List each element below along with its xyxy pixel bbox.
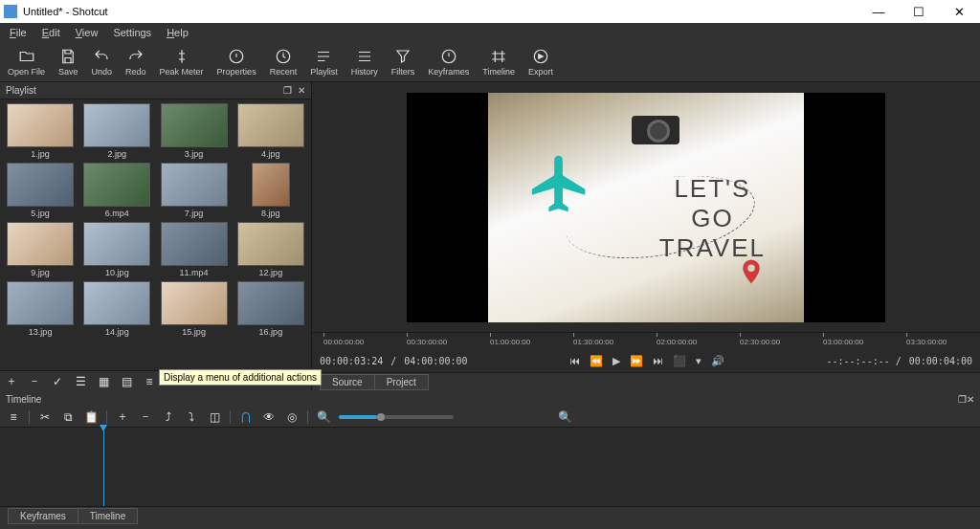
tl-cut-icon[interactable]: ✂ bbox=[37, 409, 53, 425]
tl-overwrite-icon[interactable]: ⤵ bbox=[184, 409, 199, 425]
skip-next-button[interactable]: ⏭ bbox=[653, 355, 663, 367]
tl-snap-icon[interactable]: ⋂ bbox=[238, 409, 254, 425]
rewind-button[interactable]: ⏪ bbox=[590, 355, 603, 367]
stop-button[interactable]: ⬛ bbox=[673, 355, 686, 367]
playlist-item[interactable]: 4.jpg bbox=[234, 103, 307, 159]
transport-bar: 00:00:03:24 / 04:00:00:00 ⏮ ⏪ ▶ ⏩ ⏭ ⬛ ▾ … bbox=[312, 349, 980, 372]
zoom-slider[interactable] bbox=[339, 415, 454, 419]
inout-time: --:--:--:-- / bbox=[826, 356, 901, 366]
time-ruler[interactable]: 00:00:00:00 00:30:00:00 01:00:00:00 01:3… bbox=[312, 332, 980, 349]
playlist-button[interactable]: Playlist bbox=[310, 48, 338, 77]
playlist-item[interactable]: 9.jpg bbox=[4, 222, 77, 277]
playlist-item[interactable]: 1.jpg bbox=[4, 103, 77, 159]
playhead[interactable] bbox=[103, 428, 104, 506]
playlist-undock-icon[interactable]: ❐ bbox=[283, 85, 292, 96]
playlist-item[interactable]: 2.jpg bbox=[80, 103, 153, 159]
playlist-item[interactable]: 8.jpg bbox=[234, 163, 307, 218]
open-file-button[interactable]: Open File bbox=[8, 48, 45, 77]
playlist-header: Playlist ❐✕ bbox=[0, 82, 311, 99]
toolbar: Open File Save Undo Redo Peak Meter Prop… bbox=[0, 42, 980, 82]
export-button[interactable]: Export bbox=[528, 48, 553, 77]
recent-button[interactable]: Recent bbox=[270, 48, 298, 77]
keyframes-button[interactable]: Keyframes bbox=[428, 48, 469, 77]
tab-keyframes[interactable]: Keyframes bbox=[8, 508, 78, 524]
menu-help[interactable]: Help bbox=[161, 25, 194, 40]
playlist-close-icon[interactable]: ✕ bbox=[298, 85, 305, 96]
timeline-tabs: Keyframes Timeline bbox=[0, 506, 980, 525]
timeline-track[interactable] bbox=[0, 428, 980, 506]
undo-button[interactable]: Undo bbox=[92, 48, 113, 77]
playlist-add-button[interactable]: ＋ bbox=[4, 374, 19, 389]
playlist-view-icons-icon[interactable]: ▤ bbox=[119, 374, 134, 389]
tl-scrub-icon[interactable]: 👁 bbox=[261, 409, 277, 425]
playlist-item[interactable]: 15.jpg bbox=[158, 281, 231, 337]
fastfwd-button[interactable]: ⏩ bbox=[630, 355, 643, 367]
timeline-title: Timeline bbox=[6, 394, 41, 405]
playlist-item[interactable]: 11.mp4 bbox=[158, 222, 231, 277]
current-time[interactable]: 00:00:03:24 bbox=[320, 356, 383, 366]
playlist-panel: Playlist ❐✕ 1.jpg 2.jpg 3.jpg 4.jpg 5.jp… bbox=[0, 82, 312, 391]
playlist-item[interactable]: 5.jpg bbox=[4, 163, 77, 218]
loop-button[interactable]: ▾ bbox=[696, 355, 702, 367]
tl-zoomin-icon[interactable]: 🔍 bbox=[557, 409, 572, 425]
playlist-grid: 1.jpg 2.jpg 3.jpg 4.jpg 5.jpg 6.mp4 7.jp… bbox=[0, 99, 311, 370]
tl-paste-icon[interactable]: 📋 bbox=[83, 409, 99, 425]
playlist-remove-button[interactable]: － bbox=[27, 374, 42, 389]
tab-project[interactable]: Project bbox=[374, 374, 429, 390]
menu-view[interactable]: View bbox=[70, 25, 104, 40]
tl-append-icon[interactable]: ＋ bbox=[115, 409, 130, 425]
timeline-close-icon[interactable]: ✕ bbox=[967, 394, 974, 405]
tl-split-icon[interactable]: ◫ bbox=[207, 409, 222, 425]
tl-menu-icon[interactable]: ≡ bbox=[6, 409, 21, 425]
playlist-view-tiles-icon[interactable]: ▦ bbox=[96, 374, 111, 389]
tl-ripple-icon[interactable]: ◎ bbox=[284, 409, 300, 425]
tl-zoomout-icon[interactable]: 🔍 bbox=[316, 409, 331, 425]
playlist-item[interactable]: 10.jpg bbox=[80, 222, 153, 277]
preview-panel: LET'S GO TRAVEL 00:00:00:00 00:30:00:00 … bbox=[312, 82, 980, 391]
menu-edit[interactable]: Edit bbox=[36, 25, 66, 40]
filters-button[interactable]: Filters bbox=[391, 48, 415, 77]
timeline-header: Timeline ❐✕ bbox=[0, 391, 980, 407]
playlist-item[interactable]: 12.jpg bbox=[234, 222, 307, 277]
maximize-button[interactable]: ☐ bbox=[907, 5, 930, 19]
tab-timeline[interactable]: Timeline bbox=[78, 508, 138, 524]
history-button[interactable]: History bbox=[351, 48, 378, 77]
play-button[interactable]: ▶ bbox=[612, 355, 620, 367]
redo-button[interactable]: Redo bbox=[125, 48, 146, 77]
playlist-item[interactable]: 13.jpg bbox=[4, 281, 77, 337]
playlist-item[interactable]: 16.jpg bbox=[234, 281, 307, 337]
video-frame[interactable]: LET'S GO TRAVEL bbox=[407, 93, 885, 322]
travel-text: LET'S GO TRAVEL bbox=[659, 174, 766, 264]
duration-time: 00:00:04:00 bbox=[909, 356, 972, 366]
playlist-view-details-icon[interactable]: ☰ bbox=[73, 374, 88, 389]
peak-meter-button[interactable]: Peak Meter bbox=[160, 48, 204, 77]
playlist-item[interactable]: 3.jpg bbox=[158, 103, 231, 159]
volume-button[interactable]: 🔊 bbox=[711, 355, 724, 367]
timeline-undock-icon[interactable]: ❐ bbox=[958, 394, 967, 405]
playlist-update-button[interactable]: ✓ bbox=[50, 374, 65, 389]
time-divider: / bbox=[390, 356, 396, 366]
skip-prev-button[interactable]: ⏮ bbox=[569, 355, 580, 367]
playlist-item[interactable]: 6.mp4 bbox=[80, 163, 153, 218]
playlist-item[interactable]: 14.jpg bbox=[80, 281, 153, 337]
tl-copy-icon[interactable]: ⧉ bbox=[60, 409, 76, 425]
save-button[interactable]: Save bbox=[58, 48, 78, 77]
timeline-button[interactable]: Timeline bbox=[482, 48, 515, 77]
main-content: Playlist ❐✕ 1.jpg 2.jpg 3.jpg 4.jpg 5.jp… bbox=[0, 82, 980, 391]
preview-viewport: LET'S GO TRAVEL bbox=[312, 82, 980, 332]
tl-remove-icon[interactable]: － bbox=[138, 409, 153, 425]
titlebar: Untitled* - Shotcut — ☐ ✕ bbox=[0, 0, 980, 23]
playlist-menu-icon[interactable]: ≡ bbox=[142, 374, 157, 389]
camera-graphic bbox=[632, 110, 689, 148]
tl-lift-icon[interactable]: ⤴ bbox=[161, 409, 176, 425]
properties-button[interactable]: Properties bbox=[217, 48, 256, 77]
app-icon bbox=[4, 5, 17, 18]
menu-settings[interactable]: Settings bbox=[107, 25, 157, 40]
menu-file[interactable]: File bbox=[4, 25, 33, 40]
minimize-button[interactable]: — bbox=[867, 5, 890, 19]
timeline-panel: Timeline ❐✕ ≡ ✂ ⧉ 📋 ＋ － ⤴ ⤵ ◫ ⋂ 👁 ◎ 🔍 🔍 … bbox=[0, 391, 980, 525]
preview-tabs: Source Project bbox=[312, 372, 980, 391]
tab-source[interactable]: Source bbox=[320, 374, 375, 390]
close-button[interactable]: ✕ bbox=[947, 5, 970, 19]
playlist-item[interactable]: 7.jpg bbox=[158, 163, 231, 218]
